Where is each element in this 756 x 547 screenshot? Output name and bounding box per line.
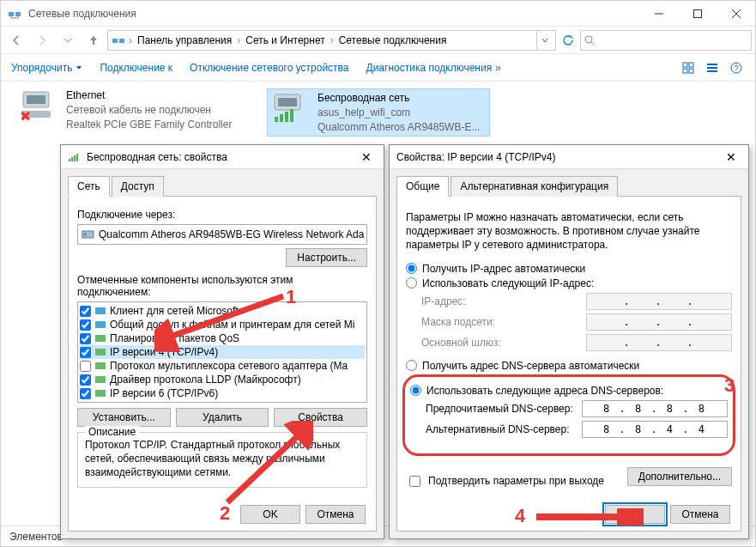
svg-rect-13	[689, 69, 693, 73]
svg-rect-30	[71, 157, 73, 161]
confirm-on-exit-checkbox[interactable]: Подтвердить параметры при выходе	[406, 473, 619, 489]
connection-wireless[interactable]: Беспроводная сеть asus_help_wifi_com Qua…	[267, 88, 490, 137]
ok-button[interactable]: OK	[240, 505, 300, 524]
breadcrumb-dropdown[interactable]	[536, 31, 552, 50]
subnet-mask-input: . . .	[586, 313, 732, 331]
client-icon	[94, 305, 106, 317]
properties-button[interactable]: Свойства	[274, 408, 367, 427]
dialog-title: Беспроводная сеть: свойства	[87, 151, 356, 163]
protocol-icon	[94, 387, 106, 399]
connection-name: Ethernet	[66, 88, 232, 103]
svg-rect-41	[95, 390, 106, 397]
search-icon	[584, 35, 595, 46]
close-icon[interactable]: ✕	[721, 147, 741, 167]
preferred-dns-input[interactable]: 8 . 8 . 8 . 8	[582, 400, 728, 417]
ip-address-label: IP-адрес:	[421, 295, 579, 307]
cancel-button[interactable]: Отмена	[670, 505, 730, 524]
protocol-icon	[94, 346, 106, 358]
svg-rect-28	[290, 109, 293, 122]
svg-rect-6	[112, 39, 118, 43]
help-button[interactable]: ?	[728, 59, 745, 76]
maximize-button[interactable]	[678, 1, 717, 27]
back-button[interactable]	[4, 29, 28, 52]
tab-network[interactable]: Сеть	[68, 176, 110, 197]
chevron-right-icon: ›	[237, 34, 240, 46]
gateway-label: Основной шлюз:	[421, 337, 579, 349]
component-item[interactable]: Драйвер протокола LLDP (Майкрософт)	[80, 373, 365, 386]
component-item[interactable]: Планировщик пакетов QoS	[80, 331, 365, 345]
connection-ethernet[interactable]: ✖ Ethernet Сетевой кабель не подключен R…	[18, 88, 241, 137]
install-button[interactable]: Установить...	[77, 408, 171, 427]
qos-icon	[94, 332, 106, 344]
diagnose-button[interactable]: Диагностика подключения »	[366, 62, 501, 74]
radio-ip-manual[interactable]: Использовать следующий IP-адрес:	[406, 277, 732, 289]
up-button[interactable]	[82, 29, 106, 52]
component-checkbox[interactable]	[80, 374, 91, 386]
component-item[interactable]: IP версии 6 (TCP/IPv6)	[80, 386, 365, 400]
breadcrumb-connections[interactable]: Сетевые подключения	[337, 34, 449, 46]
component-item[interactable]: Протокол мультиплексора сетевого адаптер…	[80, 359, 365, 373]
chevron-right-icon: ›	[330, 34, 334, 46]
remove-button[interactable]: Удалить	[176, 408, 269, 427]
svg-point-8	[585, 36, 592, 43]
dialog-titlebar: Свойства: IP версии 4 (TCP/IPv4) ✕	[390, 145, 748, 169]
connection-device: Realtek PCIe GBE Family Controller	[66, 118, 232, 132]
svg-rect-20	[27, 95, 45, 104]
network-card-icon	[82, 229, 95, 240]
tab-general[interactable]: Общие	[396, 176, 449, 197]
close-button[interactable]	[717, 1, 755, 27]
command-bar: Упорядочить Подключение к Отключение сет…	[1, 54, 755, 82]
component-checkbox[interactable]	[80, 388, 91, 399]
recent-button[interactable]	[56, 29, 80, 52]
svg-rect-25	[275, 117, 278, 122]
view-list-button[interactable]	[704, 59, 721, 76]
cancel-button[interactable]: Отмена	[305, 505, 366, 524]
alternate-dns-input[interactable]: 8 . 8 . 4 . 4	[582, 421, 728, 438]
advanced-button[interactable]: Дополнительно...	[627, 467, 732, 486]
radio-dns-manual[interactable]: Использовать следующие адреса DNS-сервер…	[410, 385, 728, 397]
close-icon[interactable]: ✕	[356, 147, 377, 167]
connect-to-button[interactable]: Подключение к	[100, 62, 172, 74]
components-label: Отмеченные компоненты используются этим …	[77, 274, 367, 298]
components-list[interactable]: Клиент для сетей Microsoft Общий доступ …	[77, 301, 367, 403]
svg-rect-7	[119, 39, 124, 43]
component-item[interactable]: Клиент для сетей Microsoft	[80, 304, 365, 318]
minimize-button[interactable]	[639, 1, 678, 27]
component-item-ipv4[interactable]: IP версии 4 (TCP/IPv4)	[80, 345, 365, 359]
connect-via-label: Подключение через:	[77, 209, 367, 221]
forward-button[interactable]	[30, 29, 54, 52]
radio-dns-auto[interactable]: Получить адрес DNS-сервера автоматически	[406, 360, 732, 372]
connection-status: Сетевой кабель не подключен	[66, 103, 232, 118]
breadcrumb-network[interactable]: Сеть и Интернет	[244, 34, 326, 46]
component-checkbox[interactable]	[80, 306, 91, 317]
network-icon	[112, 33, 125, 47]
organize-menu[interactable]: Упорядочить	[11, 62, 82, 74]
chevron-right-icon: ›	[129, 34, 132, 46]
component-checkbox[interactable]	[80, 333, 91, 344]
network-connections-icon	[8, 7, 21, 21]
component-checkbox[interactable]	[80, 361, 91, 372]
component-checkbox[interactable]	[80, 319, 91, 331]
svg-rect-14	[707, 64, 717, 65]
alternate-dns-label: Альтернативный DNS-сервер:	[426, 423, 575, 435]
tab-alternative[interactable]: Альтернативная конфигурация	[451, 176, 618, 197]
refresh-button[interactable]	[558, 30, 578, 51]
breadcrumb[interactable]: › Панель управления › Сеть и Интернет › …	[107, 30, 556, 51]
tab-access[interactable]: Доступ	[112, 176, 164, 197]
radio-ip-auto[interactable]: Получить IP-адрес автоматически	[406, 263, 732, 275]
component-item[interactable]: Общий доступ к файлам и принтерам для се…	[80, 318, 365, 331]
svg-rect-27	[285, 112, 288, 122]
ok-button[interactable]: OK	[605, 505, 665, 524]
configure-button[interactable]: Настроить...	[286, 248, 367, 267]
disable-device-button[interactable]: Отключение сетевого устройства	[190, 62, 348, 74]
svg-rect-11	[689, 63, 693, 67]
component-checkbox[interactable]	[80, 347, 91, 358]
breadcrumb-control-panel[interactable]: Панель управления	[136, 34, 233, 46]
view-icons-button[interactable]	[680, 59, 697, 76]
description-group: Описание Протокол TCP/IP. Стандартный пр…	[77, 432, 367, 488]
ethernet-icon: ✖	[18, 88, 59, 123]
wireless-icon	[269, 91, 311, 125]
description-title: Описание	[85, 426, 139, 438]
svg-rect-29	[69, 159, 70, 161]
search-input[interactable]	[580, 30, 752, 51]
